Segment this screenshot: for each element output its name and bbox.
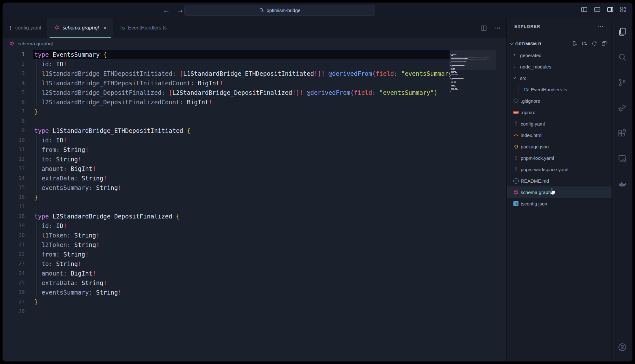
- code-line[interactable]: }: [34, 192, 450, 202]
- files-icon[interactable]: [618, 27, 627, 36]
- code-line[interactable]: [34, 202, 450, 211]
- command-center-search[interactable]: optimism-bridge: [184, 5, 375, 16]
- docker-icon[interactable]: [618, 179, 627, 189]
- editor-group: !config.yamlschema.graphql×TSEventHandle…: [3, 18, 506, 361]
- tab-bar: !config.yamlschema.graphql×TSEventHandle…: [3, 18, 506, 38]
- workspace-section-header[interactable]: OPTIMISM-B...: [507, 38, 612, 49]
- chevron-down-icon: [509, 41, 514, 46]
- tab-schema.graphql[interactable]: schema.graphql×: [48, 18, 113, 38]
- folder-item-src[interactable]: src: [507, 72, 612, 84]
- debug-icon[interactable]: [618, 103, 627, 113]
- toggle-panel-bottom-icon[interactable]: [594, 6, 601, 14]
- code-line[interactable]: l2StandardBridge_DepositFinalized: [L2St…: [34, 88, 450, 97]
- split-editor-icon[interactable]: [480, 25, 487, 31]
- minimap[interactable]: [450, 50, 495, 92]
- file-item-package.json[interactable]: {}package.json: [507, 141, 612, 152]
- editor-more-actions-icon[interactable]: ⋯: [494, 24, 501, 32]
- file-item-EventHandlers.ts[interactable]: TSEventHandlers.ts: [507, 84, 612, 95]
- code-line[interactable]: eventsSummary: String!: [34, 183, 450, 192]
- git-file-icon: [512, 99, 520, 103]
- search-icon[interactable]: [618, 52, 627, 62]
- folder-item-generated[interactable]: generated: [507, 49, 612, 61]
- file-name: pnpm-lock.yaml: [521, 155, 554, 161]
- history-forward-icon[interactable]: →: [177, 6, 184, 14]
- code-line[interactable]: [34, 116, 450, 126]
- file-name: node_modules: [520, 64, 551, 69]
- customize-layout-icon[interactable]: [620, 6, 627, 14]
- file-name: .npmrc: [521, 110, 535, 115]
- workspace-name: OPTIMISM-B...: [515, 42, 545, 46]
- new-file-icon[interactable]: [572, 41, 578, 47]
- code-line[interactable]: to: String!: [34, 259, 450, 269]
- tab-config.yaml[interactable]: !config.yaml: [3, 18, 48, 38]
- explorer-title: EXPLORER: [514, 24, 540, 29]
- graphql-file-icon: [512, 190, 520, 195]
- toggle-panel-left-icon[interactable]: [581, 6, 588, 14]
- line-number: 2: [3, 59, 25, 69]
- file-item-config.yaml[interactable]: !config.yaml: [507, 118, 612, 129]
- code-line[interactable]: l1StandardBridge_ETHDepositInitiated: [L…: [34, 69, 450, 78]
- code-line[interactable]: id: ID!: [34, 135, 450, 145]
- code-line[interactable]: }: [34, 107, 450, 116]
- code-line[interactable]: l2Token: String!: [34, 240, 450, 250]
- code-line[interactable]: type L2StandardBridge_DepositFinalized {: [34, 211, 450, 221]
- line-number: 3: [3, 69, 25, 78]
- extensions-icon[interactable]: [618, 128, 627, 138]
- file-item-pnpm-lock.yaml[interactable]: !pnpm-lock.yaml: [507, 152, 612, 164]
- account-icon[interactable]: [618, 342, 627, 352]
- file-item-README.md[interactable]: iREADME.md: [507, 175, 612, 186]
- code-line[interactable]: l1Token: String!: [34, 231, 450, 240]
- line-number: 28: [3, 307, 25, 316]
- minimap-line: [450, 75, 495, 76]
- code-line[interactable]: type EventsSummary {: [34, 50, 450, 59]
- history-back-icon[interactable]: ←: [163, 6, 170, 14]
- line-number-gutter: 1234567891011121314151617181920212223242…: [3, 50, 25, 316]
- code-line[interactable]: l1StandardBridge_ETHDepositInitiatedCoun…: [34, 78, 450, 88]
- file-item-tsconfig.json[interactable]: TStsconfig.json: [507, 198, 612, 209]
- file-name: tsconfig.json: [521, 201, 547, 206]
- minimap-line: [450, 80, 495, 80]
- code-line[interactable]: from: String!: [34, 145, 450, 154]
- code-line[interactable]: extraData: String!: [34, 278, 450, 288]
- file-item-pnpm-workspace.yaml[interactable]: !pnpm-workspace.yaml: [507, 164, 612, 175]
- code-line[interactable]: extraData: String!: [34, 173, 450, 183]
- yaml-file-icon: !: [512, 166, 520, 172]
- collapse-all-icon[interactable]: [601, 41, 607, 47]
- file-item-schema.graphql[interactable]: schema.graphql: [507, 186, 612, 198]
- tab-EventHandlers.ts[interactable]: TSEventHandlers.ts: [113, 18, 173, 38]
- code-line[interactable]: }: [34, 297, 450, 307]
- line-number: 17: [3, 202, 25, 211]
- code-line[interactable]: [34, 307, 450, 316]
- file-item-.gitignore[interactable]: .gitignore: [507, 95, 612, 107]
- file-item-index.html[interactable]: <>index.html: [507, 129, 612, 141]
- line-number: 7: [3, 107, 25, 116]
- code-line[interactable]: eventsSummary: String!: [34, 288, 450, 297]
- json-file-icon: {}: [512, 144, 520, 149]
- chevron-down-icon: [512, 75, 517, 81]
- remote-icon[interactable]: [618, 154, 627, 163]
- tab-label: EventHandlers.ts: [128, 25, 167, 31]
- code-line[interactable]: l2StandardBridge_DepositFinalizedCount: …: [34, 97, 450, 107]
- line-number: 16: [3, 192, 25, 202]
- source-control-icon[interactable]: [618, 78, 627, 87]
- code-line[interactable]: from: String!: [34, 250, 450, 259]
- graphql-icon: [54, 25, 59, 31]
- yaml-icon: !: [9, 25, 12, 31]
- new-folder-icon[interactable]: [582, 41, 587, 47]
- code-line[interactable]: id: ID!: [34, 59, 450, 69]
- refresh-icon[interactable]: [592, 41, 597, 47]
- close-tab-icon[interactable]: ×: [103, 24, 107, 31]
- line-number: 12: [3, 154, 25, 164]
- code-line[interactable]: amount: BigInt!: [34, 269, 450, 278]
- file-item-.npmrc[interactable]: npm.npmrc: [507, 107, 612, 118]
- breadcrumb[interactable]: schema.graphql: [3, 38, 506, 49]
- folder-item-node_modules[interactable]: node_modules: [507, 61, 612, 72]
- line-number: 26: [3, 288, 25, 297]
- code-line[interactable]: id: ID!: [34, 221, 450, 231]
- code-line[interactable]: to: String!: [34, 154, 450, 164]
- code-line[interactable]: type L1StandardBridge_ETHDepositInitiate…: [34, 126, 450, 135]
- explorer-more-icon[interactable]: ⋯: [597, 23, 604, 30]
- code-line[interactable]: amount: BigInt!: [34, 164, 450, 173]
- code-editor[interactable]: 1234567891011121314151617181920212223242…: [3, 49, 506, 361]
- toggle-panel-right-icon[interactable]: [607, 6, 614, 14]
